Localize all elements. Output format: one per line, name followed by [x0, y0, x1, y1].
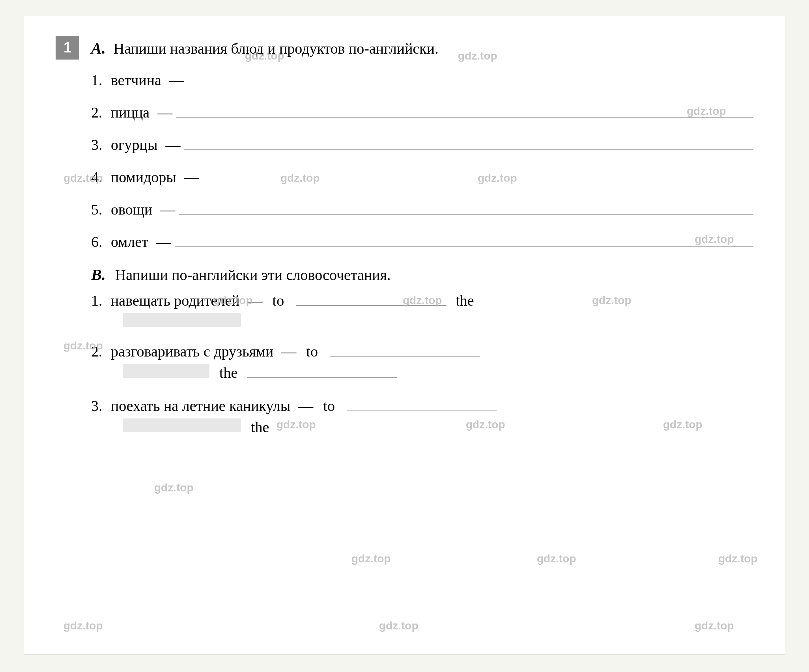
item-text-2: пицца	[111, 104, 149, 121]
dash-4: —	[184, 168, 199, 186]
b-item-3-row2: the	[123, 418, 753, 436]
item-number-6: 6.	[91, 233, 111, 250]
b-the-2: the	[219, 364, 237, 381]
page-container: gdz.top gdz.top gdz.top gdz.top gdz.top …	[24, 16, 785, 655]
item-number-5: 5.	[91, 201, 111, 218]
item-row-5: 5. овощи —	[91, 201, 753, 218]
watermark: gdz.top	[718, 553, 758, 565]
b-to-2: to	[306, 343, 318, 360]
b-item-2: 2. разговаривать с друзьями — to the	[91, 343, 753, 381]
item-number-4: 4.	[91, 168, 111, 186]
part-b-section: B. Напиши по-английски эти словосочетани…	[91, 265, 753, 436]
b-answer-2b[interactable]	[247, 366, 397, 378]
b-item-text-1: навещать родителей	[111, 292, 240, 309]
part-b-header: B. Напиши по-английски эти словосочетани…	[91, 265, 753, 284]
b-answer-1a[interactable]	[296, 294, 446, 306]
item-text-1: ветчина	[111, 71, 161, 89]
part-b-label: B.	[91, 266, 106, 284]
b-item-1-row2	[123, 313, 753, 327]
b-item-2-row2: the	[123, 364, 753, 381]
item-row-4: 4. помидоры —	[91, 168, 753, 186]
dash-1: —	[169, 71, 184, 89]
b-item-3-row1: 3. поехать на летние каникулы — to	[91, 397, 753, 414]
b-the-3: the	[251, 418, 269, 436]
watermark: gdz.top	[379, 620, 419, 632]
b-answer-3a[interactable]	[347, 399, 497, 411]
answer-line-5[interactable]	[179, 203, 753, 215]
answer-line-2[interactable]	[176, 106, 753, 118]
b-answer-3b[interactable]	[279, 420, 429, 432]
b-item-3: 3. поехать на летние каникулы — to the	[91, 397, 753, 436]
watermark: gdz.top	[64, 620, 103, 632]
item-text-5: овощи	[111, 201, 152, 218]
answer-line-6[interactable]	[175, 235, 753, 247]
watermark: gdz.top	[695, 620, 734, 632]
item-text-3: огурцы	[111, 136, 157, 153]
item-row-3: 3. огурцы —	[91, 136, 753, 153]
item-row-1: 1. ветчина —	[91, 71, 753, 89]
b-item-text-2: разговаривать с друзьями	[111, 343, 273, 360]
item-number-3: 3.	[91, 136, 111, 153]
answer-line-4[interactable]	[203, 170, 753, 182]
b-item-text-3: поехать на летние каникулы	[111, 397, 290, 414]
b-dash-3: —	[298, 397, 313, 414]
b-answer-2a[interactable]	[330, 345, 480, 357]
dash-3: —	[165, 136, 180, 153]
b-item-number-3: 3.	[91, 397, 111, 414]
b-the-1: the	[456, 292, 474, 309]
b-to-1: to	[273, 292, 284, 309]
part-b-instruction: Напиши по-английски эти словосочетания.	[115, 267, 391, 283]
b-item-number-2: 2.	[91, 343, 111, 360]
item-number-1: 1.	[91, 71, 111, 89]
item-number-2: 2.	[91, 104, 111, 121]
part-a-section: 1. ветчина — 2. пицца — 3. огурцы — 4. п…	[91, 71, 753, 250]
b-blurred-3	[123, 418, 241, 432]
item-row-2: 2. пицца —	[91, 104, 753, 121]
item-text-4: помидоры	[111, 168, 176, 186]
answer-line-3[interactable]	[184, 138, 753, 150]
exercise-header: 1 A. Напиши названия блюд и продуктов по…	[56, 36, 753, 60]
b-dash-1: —	[248, 292, 263, 309]
watermark: gdz.top	[351, 553, 391, 565]
b-blurred-1	[123, 313, 241, 327]
dash-2: —	[157, 104, 172, 121]
watermark: gdz.top	[537, 553, 576, 565]
dash-5: —	[160, 201, 175, 218]
watermark: gdz.top	[154, 482, 194, 494]
part-a-instruction: Напиши названия блюд и продуктов по-англ…	[114, 40, 439, 57]
b-to-3: to	[323, 397, 335, 414]
b-item-1-row1: 1. навещать родителей — to the	[91, 292, 753, 309]
exercise-number: 1	[56, 36, 79, 60]
item-row-6: 6. омлет —	[91, 233, 753, 250]
dash-6: —	[156, 233, 171, 250]
b-dash-2: —	[281, 343, 296, 360]
item-text-6: омлет	[111, 233, 148, 250]
b-item-1: 1. навещать родителей — to the	[91, 292, 753, 327]
b-item-number-1: 1.	[91, 292, 111, 309]
b-item-2-row1: 2. разговаривать с друзьями — to	[91, 343, 753, 360]
b-blurred-2a	[123, 364, 209, 378]
part-a-label: A.	[91, 39, 106, 58]
answer-line-1[interactable]	[188, 73, 753, 85]
